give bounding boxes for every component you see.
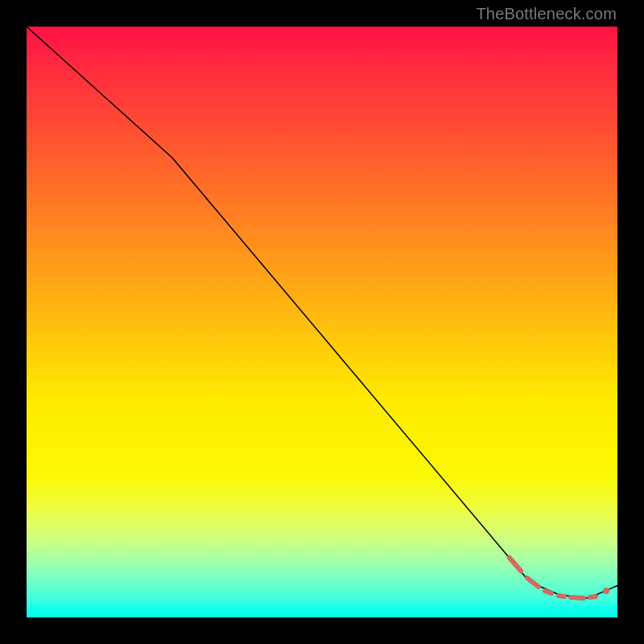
trough-dash bbox=[545, 591, 551, 593]
trough-dash bbox=[590, 597, 596, 597]
trough-dash bbox=[571, 597, 584, 598]
trough-dashes bbox=[510, 558, 596, 598]
watermark-label: TheBottleneck.com bbox=[476, 5, 617, 23]
bottleneck-curve bbox=[27, 27, 618, 598]
trough-dash bbox=[527, 578, 539, 587]
plot-overlay-svg bbox=[27, 27, 617, 617]
trough-dash bbox=[559, 596, 564, 597]
chart-stage: TheBottleneck.com bbox=[0, 0, 644, 644]
minimum-marker bbox=[603, 588, 609, 594]
trough-dash bbox=[510, 558, 521, 571]
